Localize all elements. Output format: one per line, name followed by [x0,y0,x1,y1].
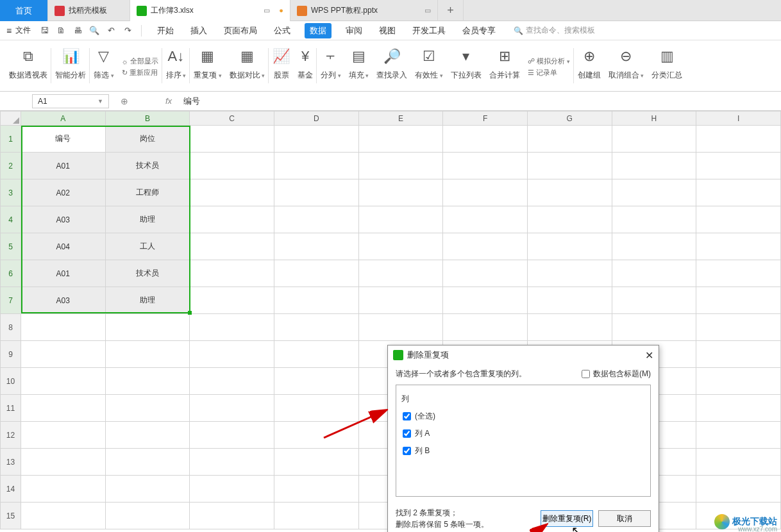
list-item[interactable]: (全选) [401,408,645,425]
ribbon-tab-formula[interactable]: 公式 [271,22,293,39]
list-item[interactable]: 列 B [401,442,645,460]
cell[interactable]: A01 [21,260,105,287]
cell[interactable] [358,153,443,179]
ribbon-showall[interactable]: ☼全部显示 [122,56,158,66]
cell[interactable] [21,476,105,503]
ribbon-compare[interactable]: ▦数据对比 [226,43,269,91]
cell[interactable] [190,206,274,233]
col-header[interactable]: C [190,112,274,126]
cell[interactable] [21,395,105,422]
qa-redo-icon[interactable]: ↷ [121,24,135,38]
row-header[interactable]: 12 [1,422,21,449]
ribbon-tab-view[interactable]: 视图 [376,22,398,39]
cell[interactable] [274,287,358,314]
ribbon-consolidate[interactable]: ⊞合并计算 [485,43,524,91]
cell[interactable] [190,476,274,503]
cell[interactable] [612,179,696,206]
cell[interactable] [105,368,190,395]
cell[interactable] [190,314,274,341]
cell[interactable] [696,341,781,368]
row-header[interactable]: 10 [1,368,21,395]
ribbon-smart[interactable]: 📊智能分析 [51,43,90,91]
columns-listbox[interactable]: 列 (全选) 列 A 列 B [396,385,651,497]
cell[interactable] [274,153,358,179]
cell[interactable] [358,314,443,341]
col-header[interactable]: A [21,112,105,126]
cell[interactable] [105,341,190,368]
cell[interactable] [21,341,105,368]
ribbon-tab-insert[interactable]: 插入 [188,22,210,39]
cell[interactable] [612,314,696,341]
cell[interactable] [443,233,528,260]
cell[interactable] [274,314,358,341]
cell[interactable] [358,126,443,153]
cell[interactable]: 技术员 [105,260,190,287]
cell[interactable] [21,314,105,341]
cell[interactable] [190,260,274,287]
tab-workbook[interactable]: 工作簿3.xlsx ▭● [130,0,290,21]
cell[interactable]: A02 [21,179,105,206]
cell[interactable] [612,206,696,233]
row-header[interactable]: 13 [1,449,21,476]
cell[interactable]: A01 [21,153,105,179]
cell[interactable] [274,341,358,368]
cell[interactable] [105,476,190,503]
tab-add[interactable]: + [438,0,464,21]
ribbon-sort[interactable]: A↓排序 [162,43,190,91]
cell[interactable] [21,368,105,395]
row-header[interactable]: 4 [1,206,21,233]
row-header[interactable]: 1 [1,126,21,153]
cell[interactable]: 工人 [105,233,190,260]
cell[interactable]: 技术员 [105,153,190,179]
cell[interactable]: A04 [21,233,105,260]
ribbon-split[interactable]: ⫟分列 [317,43,345,91]
row-header[interactable]: 9 [1,341,21,368]
cell[interactable] [190,233,274,260]
header-checkbox-input[interactable] [582,370,590,378]
checkbox-all[interactable] [403,412,411,420]
zoom-icon[interactable]: ⊕ [121,96,128,106]
ribbon-recordform[interactable]: ☰记录单 [528,68,570,78]
row-header[interactable]: 11 [1,395,21,422]
qa-saveas-icon[interactable]: 🗎 [54,24,68,38]
row-header[interactable]: 5 [1,233,21,260]
formula-value[interactable]: 编号 [183,96,200,107]
cell[interactable] [443,260,528,287]
cell[interactable]: 编号 [21,126,105,153]
cancel-button[interactable]: 取消 [598,510,651,527]
cell[interactable] [443,126,528,153]
ribbon-dropdown[interactable]: ▾下拉列表 [447,43,485,91]
cell[interactable] [527,153,612,179]
cell[interactable] [612,153,696,179]
cell[interactable] [190,395,274,422]
cell[interactable] [190,503,274,529]
cell[interactable] [358,179,443,206]
cell[interactable] [443,206,528,233]
ribbon-tab-dev[interactable]: 开发工具 [410,22,448,39]
qa-undo-icon[interactable]: ↶ [104,24,118,38]
checkbox-col-b[interactable] [403,447,411,455]
header-checkbox[interactable]: 数据包含标题(M) [582,369,651,379]
cell[interactable] [527,233,612,260]
cell[interactable] [527,126,612,153]
list-item[interactable]: 列 A [401,425,645,442]
cell[interactable] [527,287,612,314]
command-search[interactable]: 🔍 查找命令、搜索模板 [514,25,595,36]
cell[interactable] [105,395,190,422]
col-header[interactable]: D [274,112,358,126]
cell[interactable] [443,314,528,341]
fx-icon[interactable]: fx [165,96,172,106]
cell[interactable] [274,233,358,260]
cell[interactable] [358,206,443,233]
cell[interactable] [358,260,443,287]
col-header[interactable]: E [358,112,443,126]
cell[interactable] [190,126,274,153]
ribbon-tab-review[interactable]: 审阅 [343,22,365,39]
ribbon-reapply[interactable]: ↻重新应用 [122,68,158,78]
ribbon-tab-layout[interactable]: 页面布局 [221,22,260,39]
cell[interactable] [443,153,528,179]
cell[interactable] [696,179,781,206]
ribbon-filter[interactable]: ▽筛选 [90,43,118,91]
spreadsheet-grid[interactable]: ABCDEFGHI1编号岗位2A01技术员3A02工程师4A03助理5A04工人… [0,111,781,532]
cell[interactable] [443,287,528,314]
